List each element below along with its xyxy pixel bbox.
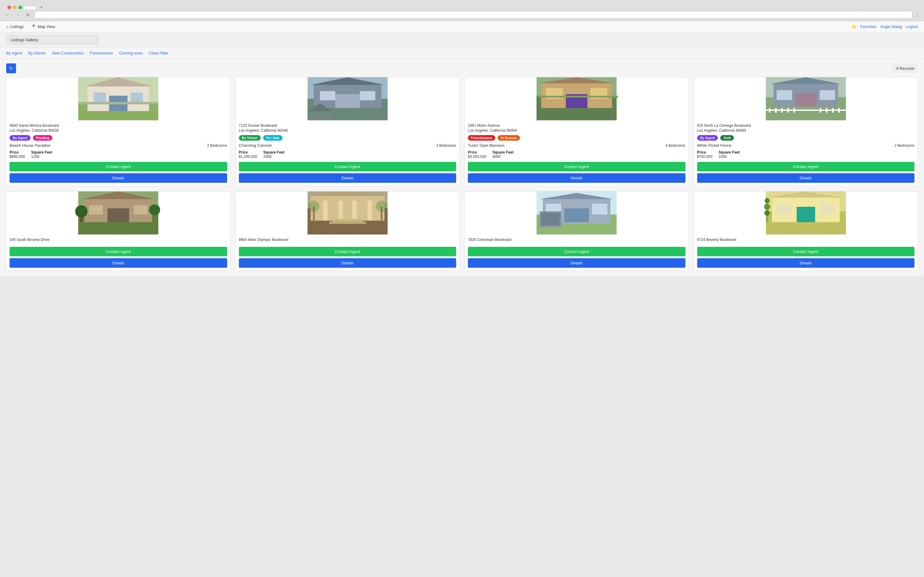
dot-red[interactable] xyxy=(7,6,11,9)
contact-agent-button[interactable]: Contact Agent xyxy=(697,247,915,256)
price-value: $1,200,000 xyxy=(239,155,257,159)
svg-rect-70 xyxy=(564,208,589,222)
price-label: Price xyxy=(697,150,713,155)
sqft-value: 4000 xyxy=(492,155,514,159)
svg-point-51 xyxy=(149,204,160,215)
contact-agent-button[interactable]: Contact Agent xyxy=(468,162,685,171)
address-bar[interactable] xyxy=(34,11,912,18)
listing-address1: 2851 Motor Avenue xyxy=(468,123,685,128)
user-name[interactable]: Angie Wang xyxy=(880,24,902,29)
svg-rect-79 xyxy=(797,207,815,222)
svg-rect-33 xyxy=(769,108,771,113)
filter-by-owner[interactable]: By Owner xyxy=(28,51,46,55)
svg-rect-58 xyxy=(352,201,357,221)
content-area: ↻ 9 Records 6840 Santa Monica Boulevard … xyxy=(0,59,924,276)
nav-mapview-label: Map View xyxy=(37,24,55,29)
listing-image xyxy=(236,77,460,120)
badge-type: By Agent xyxy=(697,135,718,141)
listing-details-row: Price $890,000 Square Feet 1200 xyxy=(10,150,227,159)
sqft-label: Square Feet xyxy=(719,150,740,155)
listing-address1: 245 South Beverly Drive xyxy=(10,238,227,242)
filter-foreclosures[interactable]: Foreclosures xyxy=(90,51,113,55)
browser-menu-button[interactable]: ⋮ xyxy=(915,12,920,18)
listings-title-input[interactable] xyxy=(6,35,98,44)
listing-image xyxy=(6,77,230,120)
svg-rect-6 xyxy=(131,93,143,102)
reload-button[interactable]: ↻ xyxy=(25,12,31,18)
listing-address1: 7123 Sunset Boulevard xyxy=(239,123,456,128)
price-detail: Price $1,200,000 xyxy=(239,150,257,159)
contact-agent-button[interactable]: Contact Agent xyxy=(468,247,685,256)
dot-green[interactable] xyxy=(18,6,22,9)
top-nav: ⌂ Listings 📍 Map View ⭐ Favorites Angie … xyxy=(0,21,924,32)
details-button[interactable]: Details xyxy=(10,173,227,183)
new-tab-button[interactable]: + xyxy=(37,4,45,11)
filter-coming-soon[interactable]: Coming soon xyxy=(119,51,143,55)
details-button[interactable]: Details xyxy=(239,258,456,268)
svg-rect-36 xyxy=(787,108,789,113)
listing-card: 7826 Crenshaw Boulevard Contact Agent De… xyxy=(464,191,689,271)
listing-title-row: Beach House Paradise 2 Bedrooms xyxy=(10,143,227,148)
toolbar: ↻ 9 Records xyxy=(6,63,918,73)
svg-point-85 xyxy=(764,210,770,216)
listing-title: Beach House Paradise xyxy=(10,143,50,148)
listing-address2: Los Angeles, California 90064 xyxy=(468,128,685,133)
details-button[interactable]: Details xyxy=(10,258,227,268)
listing-title: White Picket Fence xyxy=(697,143,732,148)
top-nav-links: ⌂ Listings 📍 Map View xyxy=(6,24,55,29)
svg-rect-15 xyxy=(308,111,332,120)
refresh-button[interactable]: ↻ xyxy=(6,63,16,73)
svg-rect-40 xyxy=(832,108,834,113)
dot-yellow[interactable] xyxy=(13,6,17,9)
home-icon: ⌂ xyxy=(6,24,9,29)
listing-badges: By AgentSold xyxy=(697,135,915,141)
listing-info: 9854 West Olympic Boulevard Contact Agen… xyxy=(236,234,460,271)
svg-rect-48 xyxy=(134,205,147,214)
svg-rect-74 xyxy=(541,213,560,225)
listing-title-row: Charming Colonial 3 Bedrooms xyxy=(239,143,456,148)
svg-rect-32 xyxy=(766,110,846,111)
price-label: Price xyxy=(468,150,486,155)
listing-title: Charming Colonial xyxy=(239,143,272,148)
nav-listings[interactable]: ⌂ Listings xyxy=(6,24,24,29)
details-button[interactable]: Details xyxy=(468,258,685,268)
contact-agent-button[interactable]: Contact Agent xyxy=(10,247,227,256)
listing-bedrooms: 2 Bedrooms xyxy=(895,143,914,148)
forward-button[interactable]: → xyxy=(14,12,21,18)
details-button[interactable]: Details xyxy=(697,258,915,268)
details-button[interactable]: Details xyxy=(468,173,685,183)
details-button[interactable]: Details xyxy=(239,173,456,183)
listing-address1: 6724 Beverly Boulevard xyxy=(697,238,915,242)
contact-agent-button[interactable]: Contact Agent xyxy=(239,162,456,171)
sqft-detail: Square Feet 2400 xyxy=(263,150,285,159)
listing-image xyxy=(694,192,918,234)
contact-agent-button[interactable]: Contact Agent xyxy=(10,162,227,171)
sqft-value: 2400 xyxy=(263,155,285,159)
listing-card: 825 North La Cienega Boulevard Los Angel… xyxy=(694,77,918,186)
filter-bar: By Agent By Owner New Construction Forec… xyxy=(0,48,924,59)
svg-rect-56 xyxy=(323,201,327,221)
filter-new-construction[interactable]: New Construction xyxy=(52,51,84,55)
listing-badges: By AgentPending xyxy=(10,135,227,141)
svg-rect-35 xyxy=(781,108,783,113)
filter-by-agent[interactable]: By Agent xyxy=(6,51,22,55)
svg-point-83 xyxy=(764,198,769,203)
contact-agent-button[interactable]: Contact Agent xyxy=(697,162,915,171)
svg-rect-30 xyxy=(777,90,792,100)
sqft-value: 1600 xyxy=(719,155,740,159)
nav-mapview[interactable]: 📍 Map View xyxy=(31,24,55,29)
svg-rect-57 xyxy=(338,201,343,221)
listing-address1: 7826 Crenshaw Boulevard xyxy=(468,238,685,242)
logout-link[interactable]: Logout xyxy=(906,24,918,29)
contact-agent-button[interactable]: Contact Agent xyxy=(239,247,456,256)
filter-clear[interactable]: Clear Filter xyxy=(149,51,168,55)
listing-info: 6840 Santa Monica Boulevard Los Angeles,… xyxy=(6,120,230,186)
back-button[interactable]: ← xyxy=(4,12,11,18)
price-value: $890,000 xyxy=(10,155,25,159)
browser-tab[interactable] xyxy=(23,6,36,9)
details-button[interactable]: Details xyxy=(697,173,915,183)
svg-rect-38 xyxy=(820,108,821,113)
sqft-detail: Square Feet 4000 xyxy=(492,150,514,159)
favorites-link[interactable]: Favorites xyxy=(860,24,876,29)
listing-image xyxy=(236,192,460,234)
